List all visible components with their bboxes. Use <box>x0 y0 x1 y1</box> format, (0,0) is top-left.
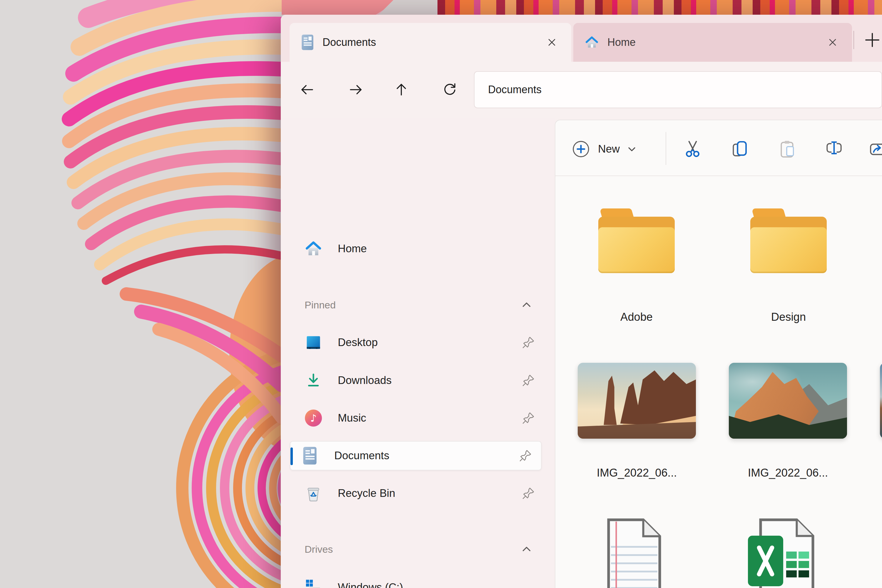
image-thumbnail <box>729 363 847 439</box>
file-name: IMG_2022_06... <box>729 466 847 479</box>
back-button[interactable] <box>292 74 322 105</box>
document-icon <box>301 34 314 51</box>
section-title: Drives <box>304 544 333 555</box>
tab-home[interactable]: Home <box>573 23 852 62</box>
sidebar-item-label: Recycle Bin <box>338 487 395 500</box>
address-path: Documents <box>488 84 542 96</box>
text-document-icon <box>606 518 662 588</box>
wallpaper-top-strip <box>282 0 882 15</box>
wallpaper-stripes <box>438 0 882 15</box>
file-name: Design <box>729 311 848 323</box>
close-tab-icon[interactable] <box>826 36 839 49</box>
new-button[interactable]: New <box>572 132 637 166</box>
cut-button[interactable] <box>681 137 704 161</box>
paste-button[interactable] <box>776 137 799 161</box>
file-item-excel-document[interactable] <box>744 518 815 588</box>
file-item-image-partial[interactable] <box>880 363 882 439</box>
section-title: Pinned <box>304 299 336 311</box>
sidebar-item-recycle-bin[interactable]: Recycle Bin <box>294 478 544 508</box>
chevron-up-icon[interactable] <box>521 544 532 555</box>
home-icon <box>304 239 322 259</box>
tab-documents-label: Documents <box>322 36 545 48</box>
folder-icon <box>747 208 830 278</box>
selection-accent-bar <box>291 447 293 465</box>
share-button[interactable] <box>867 137 882 161</box>
desktop-screen: Documents Home <box>0 0 882 588</box>
close-tab-icon[interactable] <box>545 36 558 49</box>
pin-icon[interactable] <box>522 374 535 387</box>
pin-icon[interactable] <box>522 336 535 349</box>
desktop-icon <box>304 333 322 352</box>
home-icon <box>585 35 599 50</box>
tab-home-label: Home <box>608 36 826 48</box>
pin-icon[interactable] <box>522 487 535 500</box>
sidebar-item-label: Desktop <box>338 336 378 349</box>
sidebar-item-home[interactable]: Home <box>294 234 544 263</box>
tab-documents[interactable]: Documents <box>290 23 571 62</box>
pin-icon[interactable] <box>519 449 532 462</box>
excel-document-icon <box>744 518 815 588</box>
sidebar-item-downloads[interactable]: Downloads <box>294 366 544 395</box>
sidebar-item-label: Documents <box>334 450 389 462</box>
new-button-label: New <box>598 143 620 155</box>
sidebar-item-documents-selected[interactable]: Documents <box>290 441 542 470</box>
sidebar-item-label: Music <box>338 412 366 424</box>
chevron-up-icon[interactable] <box>521 299 532 310</box>
navigation-pane: Home Pinned Deskto <box>281 118 555 588</box>
section-pinned[interactable]: Pinned <box>294 296 544 314</box>
file-name: IMG_2022_06... <box>578 466 696 479</box>
file-explorer-window: Documents Home <box>281 15 882 588</box>
address-bar[interactable]: Documents <box>474 71 882 108</box>
windows-drive-icon <box>304 578 322 588</box>
sidebar-item-label: Downloads <box>338 374 392 387</box>
sidebar-item-label: Home <box>338 243 367 255</box>
up-button[interactable] <box>386 74 417 105</box>
sidebar-item-windows-c[interactable]: Windows (C:) <box>294 573 544 588</box>
folder-icon <box>596 208 678 278</box>
music-icon: ♪ <box>304 408 322 428</box>
content-pane: New <box>555 120 882 588</box>
tab-bar: Documents Home <box>281 15 882 62</box>
sidebar-item-label: Windows (C:) <box>338 581 403 588</box>
command-bar: New <box>555 120 882 176</box>
toolbar-divider <box>666 132 666 165</box>
forward-button[interactable] <box>340 74 371 105</box>
file-name: Adobe <box>578 311 696 323</box>
refresh-button[interactable] <box>435 74 465 105</box>
wallpaper-art <box>0 0 282 588</box>
copy-button[interactable] <box>728 137 752 161</box>
sidebar-item-desktop[interactable]: Desktop <box>294 328 544 357</box>
file-item-text-document[interactable] <box>606 518 662 588</box>
document-icon <box>301 446 319 466</box>
chevron-down-icon <box>627 144 637 154</box>
rename-button[interactable] <box>822 137 846 161</box>
image-thumbnail <box>578 363 696 439</box>
new-tab-button[interactable] <box>864 32 881 48</box>
tab-divider <box>854 31 854 49</box>
recycle-bin-icon <box>304 483 322 503</box>
downloads-icon <box>304 370 322 390</box>
pin-icon[interactable] <box>522 411 535 425</box>
navigation-bar: Documents <box>281 62 882 118</box>
sidebar-item-music[interactable]: ♪ Music <box>294 404 544 433</box>
section-drives[interactable]: Drives <box>294 540 544 558</box>
